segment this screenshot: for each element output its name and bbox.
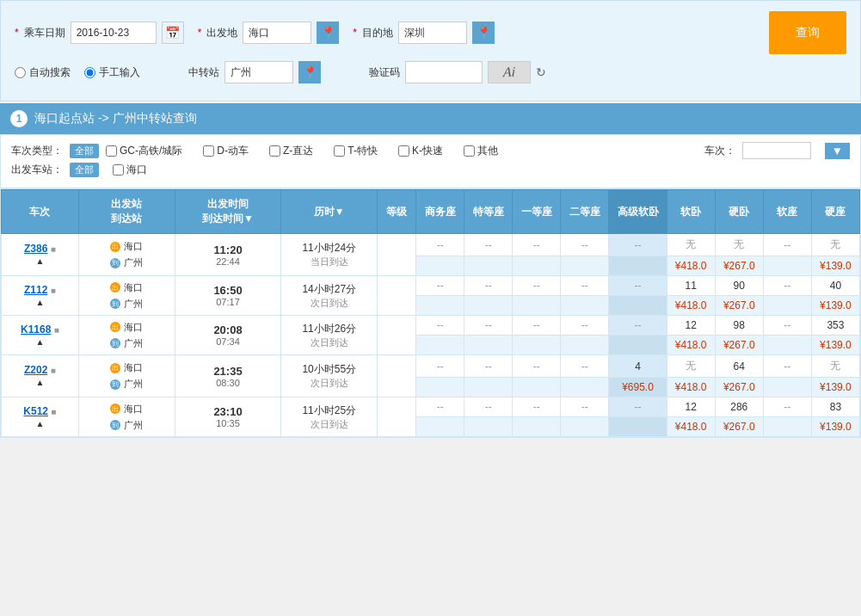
query-button[interactable]: 查询 bbox=[769, 11, 846, 54]
depart-station: 海口 bbox=[124, 240, 143, 253]
th-softbed: 软卧 bbox=[667, 190, 715, 234]
z-checkbox[interactable] bbox=[269, 145, 280, 157]
other-checkbox[interactable] bbox=[464, 145, 475, 157]
train-table-container: 车次 出发站到达站 出发时间到达时间▼ 历时▼ 等级 商务座 特等座 一等座 二… bbox=[0, 188, 861, 438]
train-num-link[interactable]: K512 bbox=[23, 405, 48, 417]
first-price-cell bbox=[513, 417, 561, 437]
captcha-text: Ai bbox=[503, 65, 516, 81]
departure-location-icon[interactable]: 📍 bbox=[317, 22, 339, 44]
gc-checkbox[interactable] bbox=[106, 145, 117, 157]
softbed_adv-price-cell bbox=[609, 296, 667, 316]
hardseat-avail-cell: 无 bbox=[811, 234, 859, 256]
biz-avail-cell: -- bbox=[416, 234, 464, 256]
arrive-icon: 到 bbox=[110, 299, 120, 309]
station-haikou-label: 海口 bbox=[126, 163, 147, 177]
auto-search-radio[interactable] bbox=[15, 67, 26, 78]
arrive-icon: 到 bbox=[110, 379, 120, 390]
arrive-time: 08:30 bbox=[179, 378, 277, 388]
search-row-2: 自动搜索 手工输入 中转站 📍 验证码 Ai ↻ bbox=[15, 61, 846, 83]
t-label: T-特快 bbox=[347, 144, 378, 158]
dropdown-button[interactable]: ▼ bbox=[825, 143, 850, 159]
date-input[interactable] bbox=[71, 22, 157, 44]
calendar-icon[interactable]: 📅 bbox=[162, 22, 184, 44]
station-all-tag[interactable]: 全部 bbox=[70, 163, 99, 177]
arrive-icon: 到 bbox=[110, 420, 120, 430]
filter-d-check[interactable]: D-动车 bbox=[203, 144, 249, 158]
softseat-price-cell bbox=[763, 296, 811, 316]
destination-input[interactable] bbox=[398, 22, 467, 44]
refresh-captcha-button[interactable]: ↻ bbox=[536, 65, 546, 79]
train-num-link[interactable]: Z112 bbox=[24, 284, 47, 296]
manual-input-label: 手工输入 bbox=[99, 65, 140, 80]
depart-time: 11:20 bbox=[179, 243, 277, 256]
hardbed-price-cell: ¥267.0 bbox=[715, 417, 763, 437]
departure-input[interactable] bbox=[243, 22, 311, 44]
duration-sub: 次日到达 bbox=[285, 297, 373, 310]
k-checkbox[interactable] bbox=[398, 145, 409, 157]
section-title: 海口起点站 -> 广州中转站查询 bbox=[34, 111, 197, 126]
depart-icon: 出 bbox=[110, 282, 120, 293]
filter-gc-check[interactable]: GC-高铁/城际 bbox=[106, 144, 182, 158]
arrive-time: 22:44 bbox=[179, 256, 277, 267]
special-avail-cell: -- bbox=[464, 355, 513, 378]
filter-other-check[interactable]: 其他 bbox=[464, 144, 498, 158]
departure-label: 出发地 bbox=[206, 26, 237, 40]
hardbed-avail-cell: 无 bbox=[715, 234, 763, 256]
grade-cell bbox=[378, 234, 416, 276]
train-num-link[interactable]: Z386 bbox=[24, 243, 47, 255]
depart-station: 海口 bbox=[124, 281, 143, 294]
biz-price-cell bbox=[416, 336, 464, 355]
duration-main: 11小时26分 bbox=[285, 322, 373, 336]
transfer-input[interactable] bbox=[224, 61, 293, 83]
train-num-link[interactable]: Z202 bbox=[24, 364, 47, 376]
train-num-input[interactable] bbox=[742, 142, 811, 159]
depart-time: 23:10 bbox=[179, 405, 277, 418]
arrive-station: 广州 bbox=[124, 419, 143, 432]
time-cell: 23:10 10:35 bbox=[175, 397, 280, 437]
t-checkbox[interactable] bbox=[334, 145, 345, 157]
special-price-cell bbox=[464, 336, 513, 355]
captcha-group: 验证码 Ai ↻ bbox=[369, 61, 546, 83]
manual-input-radio[interactable] bbox=[84, 67, 95, 78]
auto-search-label: 自动搜索 bbox=[29, 65, 71, 80]
duration-main: 10小时55分 bbox=[285, 362, 373, 377]
haikou-checkbox[interactable] bbox=[113, 164, 124, 176]
captcha-input[interactable] bbox=[405, 61, 483, 83]
duration-sub: 次日到达 bbox=[285, 336, 373, 349]
special-avail-cell: -- bbox=[464, 397, 513, 417]
d-label: D-动车 bbox=[217, 144, 249, 158]
filter-z-check[interactable]: Z-直达 bbox=[269, 144, 313, 158]
softbed-avail-cell: 无 bbox=[667, 355, 715, 378]
hardseat-price-cell: ¥139.0 bbox=[811, 336, 859, 355]
train-num-link[interactable]: K1168 bbox=[21, 323, 51, 336]
grade-cell bbox=[378, 276, 416, 316]
filter-k-check[interactable]: K-快速 bbox=[398, 144, 443, 158]
table-row: Z386 ■ ▲ 出 海口 到 广州 11:20 22:4411小时24分 当日… bbox=[2, 234, 860, 256]
second-price-cell bbox=[561, 296, 609, 316]
second-avail-cell: -- bbox=[561, 234, 609, 256]
duration-main: 11小时24分 bbox=[285, 241, 373, 256]
z-label: Z-直达 bbox=[283, 144, 313, 158]
first-avail-cell: -- bbox=[513, 397, 561, 417]
departure-group: * 出发地 📍 bbox=[198, 22, 340, 44]
station-haikou-check[interactable]: 海口 bbox=[113, 163, 147, 177]
depart-station: 海口 bbox=[124, 403, 143, 416]
train-num-cell: K1168 ■ ▲ bbox=[2, 316, 79, 355]
biz-price-cell bbox=[416, 256, 464, 276]
filter-t-check[interactable]: T-特快 bbox=[334, 144, 378, 158]
th-hardseat: 硬座 bbox=[811, 190, 859, 234]
th-time: 出发时间到达时间▼ bbox=[175, 190, 280, 234]
filter-all-tag[interactable]: 全部 bbox=[70, 144, 99, 158]
filter-type-label: 车次类型： bbox=[11, 144, 63, 158]
second-avail-cell: -- bbox=[561, 397, 609, 417]
destination-location-icon[interactable]: 📍 bbox=[472, 22, 495, 44]
d-checkbox[interactable] bbox=[203, 145, 214, 157]
duration-cell: 11小时26分 次日到达 bbox=[281, 316, 378, 355]
hardbed-avail-cell: 90 bbox=[715, 276, 763, 296]
table-row: K1168 ■ ▲ 出 海口 到 广州 20:08 07:3411小时26分 次… bbox=[2, 316, 860, 336]
train-num-group: 车次： ▼ bbox=[704, 142, 850, 159]
transfer-location-icon[interactable]: 📍 bbox=[298, 61, 321, 83]
first-price-cell bbox=[513, 256, 561, 276]
first-avail-cell: -- bbox=[513, 316, 561, 336]
softseat-avail-cell: -- bbox=[763, 397, 811, 417]
